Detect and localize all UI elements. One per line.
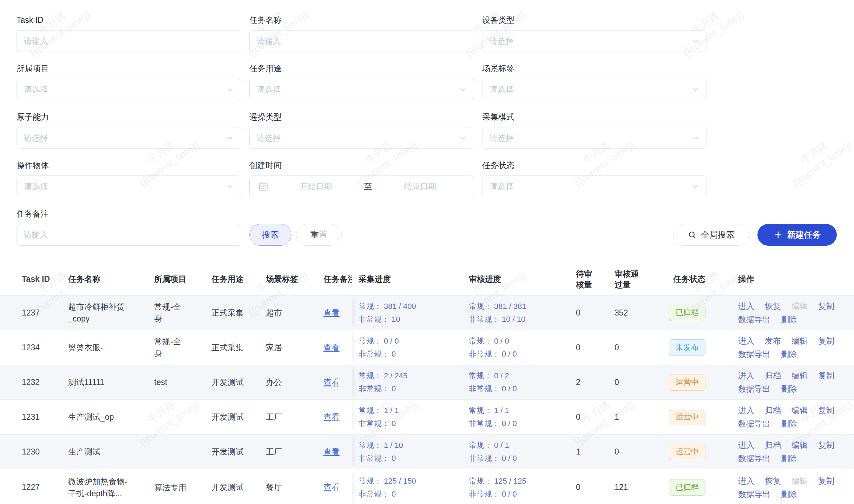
progress-label: 非常规： <box>359 417 389 430</box>
action-link[interactable]: 编辑 <box>791 404 808 417</box>
action-link[interactable]: 删除 <box>781 313 797 326</box>
actions-cell: 进入归档编辑复制数据导出删除 <box>736 365 854 399</box>
progress-text: 常规：1 / 10非常规：0 <box>359 439 403 465</box>
select-input[interactable]: 请选择 <box>249 79 474 100</box>
action-link[interactable]: 复制 <box>818 475 834 487</box>
action-link[interactable]: 复制 <box>818 439 834 451</box>
progress-text: 常规：0 / 1非常规：0 / 0 <box>469 439 517 465</box>
remark-cell: 查看 <box>321 365 352 399</box>
action-link[interactable]: 恢复 <box>765 300 781 312</box>
global-search-button[interactable]: 全局搜索 <box>673 224 749 246</box>
action-link[interactable]: 复制 <box>818 369 834 382</box>
scene-cell: 家居 <box>265 330 321 365</box>
action-link[interactable]: 数据导出 <box>738 417 770 430</box>
status-badge: 运营中 <box>669 444 705 460</box>
status-cell: 运营中 <box>668 435 736 469</box>
task-name-text: 生产测试 <box>68 446 132 458</box>
action-link[interactable]: 进入 <box>738 300 754 312</box>
action-link[interactable]: 删除 <box>781 417 797 430</box>
progress-label: 非常规： <box>359 452 389 465</box>
select-placeholder: 请选择 <box>490 36 692 47</box>
action-link[interactable]: 编辑 <box>791 334 808 347</box>
action-link[interactable]: 编辑 <box>791 439 808 451</box>
task-table: Task ID 任务名称 所属项目 任务用途 场景标签 任务备注 采集进度 审核… <box>0 263 854 504</box>
filter-row: 操作物体请选择创建时间开始日期至结束日期任务状态请选择 <box>17 149 837 197</box>
progress-label: 非常规： <box>469 488 500 500</box>
action-link[interactable]: 数据导出 <box>738 383 770 395</box>
chevron-down-icon <box>226 134 234 142</box>
view-remark-link[interactable]: 查看 <box>323 307 340 318</box>
action-link[interactable]: 进入 <box>738 439 754 451</box>
reset-button[interactable]: 重置 <box>296 224 342 246</box>
text-input[interactable]: 请输入 <box>17 30 241 52</box>
action-link[interactable]: 进入 <box>738 369 754 382</box>
action-link[interactable]: 删除 <box>781 383 797 395</box>
pending-count-cell: 0 <box>569 330 614 365</box>
filter-label: 采集模式 <box>482 112 707 122</box>
review-progress-cell: 常规：0 / 2非常规：0 / 0 <box>462 365 569 399</box>
collect-progress-cell: 常规：0 / 0非常规：0 <box>352 330 462 365</box>
filter-field: Task ID请输入 <box>17 15 241 52</box>
action-link[interactable]: 归档 <box>765 439 781 451</box>
progress-value: 1 / 10 <box>384 439 403 452</box>
action-link[interactable]: 恢复 <box>765 475 781 487</box>
select-input[interactable]: 请选择 <box>482 175 707 197</box>
view-remark-link[interactable]: 查看 <box>323 377 340 388</box>
passed-count-cell: 0 <box>614 330 668 365</box>
select-input[interactable]: 请选择 <box>482 30 707 52</box>
action-link[interactable]: 进入 <box>738 334 754 347</box>
filter-field: 遥操类型请选择 <box>249 112 474 149</box>
select-input[interactable]: 请选择 <box>17 127 241 149</box>
action-link[interactable]: 数据导出 <box>738 348 770 360</box>
select-placeholder: 请选择 <box>490 84 692 95</box>
remark-cell: 查看 <box>321 330 352 365</box>
status-badge: 已归档 <box>669 305 705 321</box>
view-remark-link[interactable]: 查看 <box>323 342 340 353</box>
action-link[interactable]: 数据导出 <box>738 488 770 500</box>
action-link[interactable]: 数据导出 <box>738 452 770 465</box>
task-name-cell: 超市冷鲜柜补货_copy <box>62 296 150 330</box>
daterange-input[interactable]: 开始日期至结束日期 <box>249 175 474 197</box>
table-body: 1237超市冷鲜柜补货_copy常规-全身正式采集超市查看常规：381 / 40… <box>0 296 854 504</box>
filter-field: 采集模式请选择 <box>482 112 707 149</box>
action-link[interactable]: 删除 <box>781 488 797 500</box>
action-link[interactable]: 进入 <box>738 475 754 487</box>
progress-text: 常规：125 / 150非常规：0 <box>359 475 416 500</box>
action-link[interactable]: 复制 <box>818 404 834 417</box>
select-input[interactable]: 请选择 <box>482 79 707 100</box>
filter-label: 任务名称 <box>249 15 474 25</box>
action-link[interactable]: 发布 <box>765 334 781 347</box>
action-link[interactable]: 复制 <box>818 300 834 312</box>
action-link[interactable]: 删除 <box>781 348 797 360</box>
start-date-placeholder: 开始日期 <box>271 181 361 192</box>
new-task-button[interactable]: 新建任务 <box>757 224 837 246</box>
view-remark-link[interactable]: 查看 <box>323 446 340 457</box>
view-remark-link[interactable]: 查看 <box>323 412 340 423</box>
remark-cell: 查看 <box>321 469 352 504</box>
select-input[interactable]: 请选择 <box>17 175 241 197</box>
search-button[interactable]: 搜索 <box>249 224 291 246</box>
action-link[interactable]: 进入 <box>738 404 754 417</box>
task-id-cell: 1232 <box>0 365 62 399</box>
progress-label: 常规： <box>359 334 382 347</box>
progress-text: 常规：0 / 2非常规：0 / 0 <box>469 369 517 395</box>
progress-text: 常规：1 / 1非常规：0 <box>359 404 399 430</box>
text-input[interactable]: 请输入 <box>249 30 474 52</box>
action-link[interactable]: 编辑 <box>791 369 808 382</box>
action-link[interactable]: 数据导出 <box>738 313 770 326</box>
action-link[interactable]: 删除 <box>781 452 797 465</box>
remark-input[interactable]: 请输入 <box>17 224 241 246</box>
action-link[interactable]: 复制 <box>818 334 834 347</box>
filter-last-row: 任务备注 请输入 搜索 重置 全局搜索 新建任务 <box>17 197 837 246</box>
select-input[interactable]: 请选择 <box>17 79 241 100</box>
action-link[interactable]: 归档 <box>765 404 781 417</box>
select-input[interactable]: 请选择 <box>482 127 707 149</box>
view-remark-link[interactable]: 查看 <box>323 482 340 493</box>
progress-label: 常规： <box>359 475 382 488</box>
input-placeholder: 请输入 <box>257 36 467 47</box>
task-name-cell: 测试11111 <box>62 365 150 399</box>
progress-value: 0 / 2 <box>494 369 509 382</box>
action-link[interactable]: 归档 <box>765 369 781 382</box>
select-input[interactable]: 请选择 <box>249 127 474 149</box>
progress-line-irregular: 非常规：0 / 0 <box>469 347 517 360</box>
